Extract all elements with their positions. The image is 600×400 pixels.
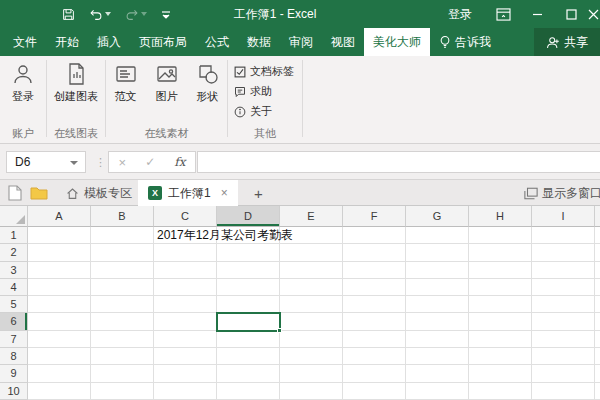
cell-E5[interactable] [280, 296, 343, 313]
cell-F1[interactable] [343, 227, 406, 244]
cell-C4[interactable] [154, 279, 217, 296]
column-header-I[interactable]: I [532, 206, 595, 227]
about-button[interactable]: 关于 [234, 104, 302, 119]
cell-B2[interactable] [91, 244, 154, 261]
cell-B7[interactable] [91, 331, 154, 348]
cell-E3[interactable] [280, 262, 343, 279]
row-header-10[interactable]: 10 [0, 383, 28, 400]
row-header-8[interactable]: 8 [0, 348, 28, 365]
cell-D7[interactable] [217, 331, 280, 348]
insert-function-icon[interactable]: fx [174, 155, 185, 169]
cell-I8[interactable] [532, 348, 595, 365]
cell-B1[interactable] [91, 227, 154, 244]
cell-F6[interactable] [343, 313, 406, 330]
cell-A5[interactable] [28, 296, 91, 313]
cell-G8[interactable] [406, 348, 469, 365]
row-header-4[interactable]: 4 [0, 279, 28, 296]
column-header-partial[interactable] [595, 206, 600, 227]
close-tab-icon[interactable]: × [217, 186, 228, 200]
cell-F7[interactable] [343, 331, 406, 348]
cell-A6[interactable] [28, 313, 91, 330]
column-header-C[interactable]: C [154, 206, 217, 227]
maximize-icon[interactable] [554, 0, 588, 28]
cell-partial[interactable] [595, 383, 600, 400]
picture-button[interactable]: 图片 [147, 62, 186, 104]
cell-E6[interactable] [280, 313, 343, 330]
close-icon[interactable] [588, 0, 600, 28]
cell-A4[interactable] [28, 279, 91, 296]
cell-partial[interactable] [595, 348, 600, 365]
cell-H1[interactable] [469, 227, 532, 244]
cell-D4[interactable] [217, 279, 280, 296]
cell-H5[interactable] [469, 296, 532, 313]
cell-C10[interactable] [154, 383, 217, 400]
redo-icon[interactable] [125, 8, 147, 21]
cell-partial[interactable] [595, 313, 600, 330]
cell-B8[interactable] [91, 348, 154, 365]
save-icon[interactable] [62, 8, 75, 21]
cell-G4[interactable] [406, 279, 469, 296]
cell-B10[interactable] [91, 383, 154, 400]
ribbon-display-options-icon[interactable] [486, 0, 520, 28]
name-box-dropdown-icon[interactable] [70, 161, 78, 165]
cell-C8[interactable] [154, 348, 217, 365]
cell-B6[interactable] [91, 313, 154, 330]
cell-H10[interactable] [469, 383, 532, 400]
ribbon-tab-插入[interactable]: 插入 [88, 28, 130, 56]
cell-G5[interactable] [406, 296, 469, 313]
cell-B9[interactable] [91, 365, 154, 382]
cell-I6[interactable] [532, 313, 595, 330]
cell-H6[interactable] [469, 313, 532, 330]
cell-C9[interactable] [154, 365, 217, 382]
row-header-5[interactable]: 5 [0, 296, 28, 313]
cell-partial[interactable] [595, 227, 600, 244]
new-tab-button[interactable]: + [246, 180, 271, 206]
customize-qat-icon[interactable] [161, 8, 171, 20]
login-button[interactable]: 登录 [3, 62, 43, 104]
cell-I1[interactable] [532, 227, 595, 244]
ribbon-tab-告诉我[interactable]: 告诉我 [430, 28, 500, 56]
cell-D3[interactable] [217, 262, 280, 279]
ribbon-tab-数据[interactable]: 数据 [238, 28, 280, 56]
cell-C6[interactable] [154, 313, 217, 330]
row-header-1[interactable]: 1 [0, 227, 28, 244]
cell-C3[interactable] [154, 262, 217, 279]
sample-doc-button[interactable]: 范文 [106, 62, 145, 104]
row-header-9[interactable]: 9 [0, 365, 28, 382]
cell-I10[interactable] [532, 383, 595, 400]
cell-partial[interactable] [595, 365, 600, 382]
cell-G1[interactable] [406, 227, 469, 244]
new-file-icon[interactable] [8, 185, 22, 205]
cell-C7[interactable] [154, 331, 217, 348]
cell-B4[interactable] [91, 279, 154, 296]
ribbon-tab-审阅[interactable]: 审阅 [280, 28, 322, 56]
ribbon-tab-公式[interactable]: 公式 [196, 28, 238, 56]
workbook-tab[interactable]: X 工作簿1 × [138, 180, 238, 206]
template-zone-tab[interactable]: 模板专区 [56, 180, 142, 206]
undo-dropdown-icon[interactable] [105, 12, 111, 16]
cell-partial[interactable] [595, 262, 600, 279]
cell-c1-text[interactable]: 2017年12月某公司考勤表 [157, 227, 293, 244]
doc-tags-checkbox[interactable]: 文档标签 [234, 64, 302, 79]
cancel-entry-icon[interactable]: × [119, 155, 127, 170]
select-all-button[interactable] [0, 206, 28, 227]
cell-F2[interactable] [343, 244, 406, 261]
cell-C2[interactable] [154, 244, 217, 261]
cell-E2[interactable] [280, 244, 343, 261]
ribbon-tab-视图[interactable]: 视图 [322, 28, 364, 56]
cell-I4[interactable] [532, 279, 595, 296]
column-header-H[interactable]: H [469, 206, 532, 227]
cell-A10[interactable] [28, 383, 91, 400]
cell-E8[interactable] [280, 348, 343, 365]
cell-I2[interactable] [532, 244, 595, 261]
cell-D5[interactable] [217, 296, 280, 313]
cell-A2[interactable] [28, 244, 91, 261]
cell-H2[interactable] [469, 244, 532, 261]
cell-H9[interactable] [469, 365, 532, 382]
ribbon-tab-共享[interactable]: 共享 [534, 28, 600, 56]
row-header-7[interactable]: 7 [0, 331, 28, 348]
column-header-G[interactable]: G [406, 206, 469, 227]
fill-handle[interactable] [277, 328, 282, 333]
cell-I9[interactable] [532, 365, 595, 382]
cell-D10[interactable] [217, 383, 280, 400]
